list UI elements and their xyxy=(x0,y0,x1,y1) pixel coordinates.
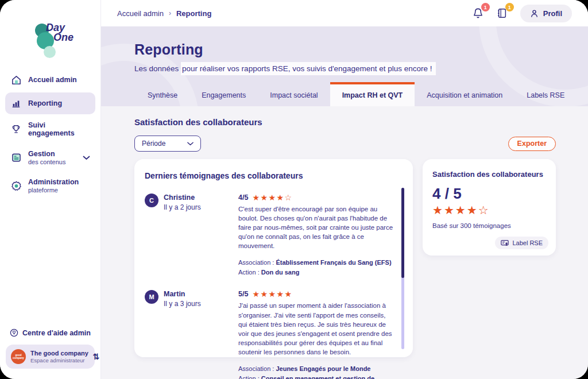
bar-chart-icon xyxy=(10,98,22,109)
tab-impact-rh-qvt[interactable]: Impact RH et QVT xyxy=(330,82,415,106)
author-name: Martin xyxy=(164,290,201,298)
company-info: The good company Espace administrateur xyxy=(30,350,88,363)
testimonial-item: M Martin Il y a 3 jours 5/5 ★★★★★ J' xyxy=(145,290,396,379)
content-card-icon xyxy=(10,152,22,164)
tab-synthese[interactable]: Synthèse xyxy=(136,82,189,106)
breadcrumb: Accueil admin › Reporting xyxy=(117,9,211,18)
sidebar-item-label: Accueil admin xyxy=(28,76,77,84)
sidebar-item-suivi-engagements[interactable]: Suivi engagements xyxy=(5,116,95,143)
tab-content: Satisfaction des collaborateurs Période … xyxy=(101,106,588,379)
scrollbar-thumb[interactable] xyxy=(401,188,404,278)
sidebar-item-gestion-contenus[interactable]: Gestion des contenus xyxy=(5,145,95,171)
lightbulb-icon xyxy=(10,328,18,337)
controls-row: Période Exporter xyxy=(134,136,556,152)
chevron-down-icon xyxy=(83,156,90,160)
summary-score: 4 / 5 xyxy=(432,185,546,203)
sidebar-item-sublabel: des contenus xyxy=(28,158,65,166)
rating-value: 5/5 xyxy=(238,290,248,298)
app-window: Day One Accueil admin Reporting xyxy=(0,0,588,379)
label-rse-badge[interactable]: Label RSE xyxy=(495,237,548,249)
home-icon xyxy=(10,74,22,86)
company-name: The good company xyxy=(30,350,88,357)
main-area: Accueil admin › Reporting 1 1 xyxy=(101,0,588,379)
sidebar-item-label: Gestion des contenus xyxy=(28,150,65,166)
testimonial-text: J'ai passé un super moment à aider l'ass… xyxy=(238,301,393,357)
testimonial-text: C'est super d'être encouragé par son équ… xyxy=(238,204,393,250)
label-rse-text: Label RSE xyxy=(512,239,543,246)
action-name: Don du sang xyxy=(261,269,300,276)
testimonials-card: Derniers témoignages des collaborateurs … xyxy=(134,159,413,357)
sidebar-item-label: Suivi engagements xyxy=(28,121,90,138)
testimonial-meta: Association : Établissement Français du … xyxy=(238,258,393,277)
company-subtitle: Espace administrateur xyxy=(30,357,88,363)
tab-engagements[interactable]: Engagements xyxy=(189,82,258,106)
scrollbar-track[interactable] xyxy=(401,188,404,349)
logo-wordmark: Day One xyxy=(46,23,74,42)
testimonials-title: Derniers témoignages des collaborateurs xyxy=(145,171,396,180)
rating-value: 4/5 xyxy=(238,194,248,202)
testimonial-author: C Christine Il y a 2 jours xyxy=(145,194,238,277)
star-rating-icons: ★★★★★ xyxy=(252,290,292,298)
certificate-icon xyxy=(501,239,509,247)
dayone-logo: Day One xyxy=(0,0,100,64)
author-name: Christine xyxy=(164,194,201,202)
star-rating-icons: ★★★★☆ xyxy=(432,204,546,216)
period-select[interactable]: Période xyxy=(134,136,201,152)
journal-badge: 1 xyxy=(505,3,514,11)
section-title: Satisfaction des collaborateurs xyxy=(134,117,556,127)
tab-labels-rse[interactable]: Labels RSE xyxy=(514,82,577,106)
satisfaction-summary-card: Satisfaction des collaborateurs 4 / 5 ★★… xyxy=(423,159,556,256)
sidebar-item-label: Reporting xyxy=(28,99,62,107)
notification-badge: 1 xyxy=(481,3,490,11)
testimonial-body: 5/5 ★★★★★ J'ai passé un super moment à a… xyxy=(238,290,396,379)
tab-bar: Synthèse Engagements Impact sociétal Imp… xyxy=(134,82,588,106)
help-center-label: Centre d'aide admin xyxy=(22,329,91,337)
testimonial-item: C Christine Il y a 2 jours 4/5 ★★★★☆ xyxy=(145,194,396,277)
trophy-icon xyxy=(10,123,22,135)
testimonial-author: M Martin Il y a 3 jours xyxy=(145,290,238,379)
sidebar-item-accueil-admin[interactable]: Accueil admin xyxy=(5,69,95,91)
tab-impact-societal[interactable]: Impact sociétal xyxy=(258,82,330,106)
testimonial-meta: Association : Jeunes Engagés pour le Mon… xyxy=(238,364,393,379)
gear-icon xyxy=(10,180,22,192)
sidebar-item-administration-plateforme[interactable]: Administration plateforme xyxy=(5,173,95,199)
testimonial-time: Il y a 3 jours xyxy=(164,300,201,308)
topbar: Accueil admin › Reporting 1 1 xyxy=(101,0,588,26)
breadcrumb-current: Reporting xyxy=(176,9,211,18)
association-name: Jeunes Engagés pour le Monde xyxy=(276,365,370,372)
page-header-band: Reporting Les données pour réaliser vos … xyxy=(101,26,588,106)
sidebar-nav: Accueil admin Reporting Suivi engagement… xyxy=(0,64,100,201)
journal-button[interactable]: 1 xyxy=(496,7,509,20)
cards-row: Derniers témoignages des collaborateurs … xyxy=(134,159,556,357)
sidebar-item-reporting[interactable]: Reporting xyxy=(5,92,95,114)
topbar-actions: 1 1 Profil xyxy=(472,5,572,22)
company-logo: good company xyxy=(11,349,26,364)
testimonial-time: Il y a 2 jours xyxy=(164,203,201,211)
association-name: Établissement Français du Sang (EFS) xyxy=(276,259,391,266)
summary-basis: Basé sur 300 témoignages xyxy=(432,222,546,229)
summary-title: Satisfaction des collaborateurs xyxy=(432,170,546,179)
period-select-value: Période xyxy=(142,140,165,148)
subtitle-highlight: pour réaliser vos rapports RSE, vos suiv… xyxy=(181,62,436,75)
company-switcher[interactable]: good company The good company Espace adm… xyxy=(6,345,95,369)
breadcrumb-separator: › xyxy=(169,9,171,17)
sidebar-item-sublabel: plateforme xyxy=(28,187,79,194)
logo-circle-mint xyxy=(44,46,56,58)
avatar: M xyxy=(145,290,158,304)
sidebar-footer: Centre d'aide admin good company The goo… xyxy=(0,328,100,379)
profile-button[interactable]: Profil xyxy=(520,5,572,22)
profile-label: Profil xyxy=(543,9,562,18)
star-rating-icons: ★★★★☆ xyxy=(252,194,292,202)
avatar: C xyxy=(145,194,158,207)
breadcrumb-parent[interactable]: Accueil admin xyxy=(117,9,164,18)
help-center-link[interactable]: Centre d'aide admin xyxy=(6,328,95,337)
export-button[interactable]: Exporter xyxy=(508,137,556,151)
page-subtitle: Les données pour réaliser vos rapports R… xyxy=(134,64,588,73)
sidebar: Day One Accueil admin Reporting xyxy=(0,0,101,379)
sidebar-item-label: Administration plateforme xyxy=(28,178,79,194)
testimonial-body: 4/5 ★★★★☆ C'est super d'être encouragé p… xyxy=(238,194,396,277)
notifications-button[interactable]: 1 xyxy=(472,7,485,20)
swap-vertical-icon: ⇅ xyxy=(93,352,100,361)
tab-acquisition-animation[interactable]: Acquisition et animation xyxy=(415,82,514,106)
person-icon xyxy=(530,9,539,18)
